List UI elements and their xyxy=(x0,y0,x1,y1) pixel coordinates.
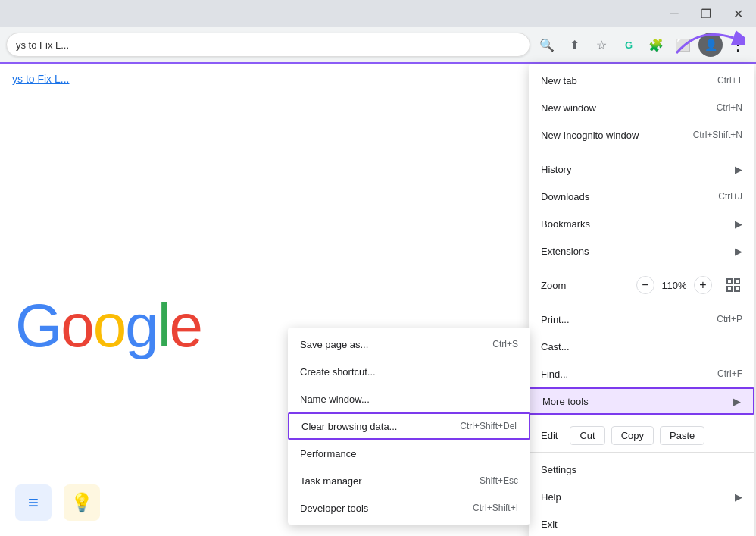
menu-history-label: History xyxy=(541,164,729,175)
zoom-value: 110% xyxy=(661,280,688,291)
menu-cast[interactable]: Cast... xyxy=(529,333,754,360)
logo-e: e xyxy=(170,292,202,359)
submenu-save-page-shortcut: Ctrl+S xyxy=(492,339,518,349)
menu-print-label: Print... xyxy=(541,314,717,325)
zoom-minus-button[interactable]: − xyxy=(636,276,654,294)
minimize-button[interactable]: ─ xyxy=(659,0,689,27)
divider-1 xyxy=(529,152,754,152)
extension-icon[interactable]: 🧩 xyxy=(644,33,668,57)
menu-find-label: Find... xyxy=(541,368,717,380)
menu-exit[interactable]: Exit xyxy=(529,510,754,536)
submenu-clear-browsing-label: Clear browsing data... xyxy=(301,421,460,432)
submenu-task-manager[interactable]: Task manager Shift+Esc xyxy=(288,467,530,494)
bottom-icons: ≡ 💡 xyxy=(15,484,100,521)
submenu-clear-browsing[interactable]: Clear browsing data... Ctrl+Shift+Del xyxy=(288,412,530,440)
more-tools-submenu: Save page as... Ctrl+S Create shortcut..… xyxy=(288,328,530,525)
submenu-dev-tools-label: Developer tools xyxy=(300,503,473,514)
copy-button[interactable]: Copy xyxy=(611,426,654,445)
address-bar[interactable]: ys to Fix L... xyxy=(6,33,530,57)
search-icon[interactable]: 🔍 xyxy=(535,33,559,57)
titlebar: ─ ❐ ✕ xyxy=(0,0,756,27)
menu-new-window[interactable]: New window Ctrl+N xyxy=(529,94,754,121)
more-tools-arrow-icon: ▶ xyxy=(733,396,741,407)
help-arrow-icon: ▶ xyxy=(735,491,742,503)
profile-icon[interactable]: 👤 xyxy=(698,33,723,57)
logo-l: l xyxy=(158,292,170,359)
menu-bookmarks-label: Bookmarks xyxy=(541,218,729,230)
submenu-dev-tools-shortcut: Ctrl+Shift+I xyxy=(473,503,518,513)
cut-button[interactable]: Cut xyxy=(570,426,604,445)
logo-g: G xyxy=(15,292,61,359)
menu-extensions[interactable]: Extensions ▶ xyxy=(529,237,754,265)
menu-new-window-shortcut: Ctrl+N xyxy=(717,102,742,113)
menu-find-shortcut: Ctrl+F xyxy=(717,368,742,379)
divider-5 xyxy=(529,452,754,453)
menu-bookmarks[interactable]: Bookmarks ▶ xyxy=(529,210,754,237)
logo-g2: g xyxy=(125,292,158,359)
menu-more-tools-label: More tools xyxy=(542,396,727,407)
submenu-dev-tools[interactable]: Developer tools Ctrl+Shift+I xyxy=(288,494,530,522)
menu-downloads[interactable]: Downloads Ctrl+J xyxy=(529,183,754,210)
zoom-controls: − 110% + xyxy=(636,276,742,294)
submenu-name-window[interactable]: Name window... xyxy=(288,385,530,412)
bookmark-icon[interactable]: ☆ xyxy=(589,33,614,57)
divider-3 xyxy=(529,302,754,302)
toolbar-icons: 🔍 ⬆ ☆ G 🧩 ⬜ 👤 ⋮ xyxy=(535,33,750,57)
submenu-save-page[interactable]: Save page as... Ctrl+S xyxy=(288,331,530,358)
extensions-arrow-icon: ▶ xyxy=(735,246,742,257)
submenu-clear-browsing-shortcut: Ctrl+Shift+Del xyxy=(460,421,517,431)
share-icon[interactable]: ⬆ xyxy=(562,33,586,57)
menu-exit-label: Exit xyxy=(541,519,742,530)
menu-downloads-shortcut: Ctrl+J xyxy=(718,191,742,202)
menu-new-window-label: New window xyxy=(541,102,717,114)
paste-button[interactable]: Paste xyxy=(660,426,704,445)
menu-print[interactable]: Print... Ctrl+P xyxy=(529,306,754,333)
grammarly-icon[interactable]: G xyxy=(617,33,641,57)
menu-help[interactable]: Help ▶ xyxy=(529,483,754,510)
submenu-task-manager-label: Task manager xyxy=(300,475,480,487)
menu-new-tab-label: New tab xyxy=(541,75,717,86)
svg-rect-1 xyxy=(727,279,732,284)
menu-cast-label: Cast... xyxy=(541,341,742,353)
maximize-button[interactable]: ❐ xyxy=(691,0,721,27)
menu-extensions-label: Extensions xyxy=(541,246,729,257)
zoom-plus-button[interactable]: + xyxy=(694,276,712,294)
bookmarks-arrow-icon: ▶ xyxy=(735,218,742,230)
edit-label: Edit xyxy=(541,430,558,441)
edit-row: Edit Cut Copy Paste xyxy=(529,422,754,449)
menu-settings[interactable]: Settings xyxy=(529,456,754,483)
menu-icon[interactable]: ⋮ xyxy=(726,33,750,57)
submenu-create-shortcut-label: Create shortcut... xyxy=(300,366,518,378)
submenu-task-manager-shortcut: Shift+Esc xyxy=(480,475,518,486)
submenu-performance-label: Performance xyxy=(300,448,518,459)
keep-icon[interactable]: 💡 xyxy=(64,484,100,521)
google-logo: Google xyxy=(15,291,201,361)
divider-2 xyxy=(529,268,754,268)
menu-new-tab[interactable]: New tab Ctrl+T xyxy=(529,67,754,94)
zoom-row: Zoom − 110% + xyxy=(529,271,754,299)
menu-find[interactable]: Find... Ctrl+F xyxy=(529,360,754,387)
menu-incognito-shortcut: Ctrl+Shift+N xyxy=(693,130,742,140)
tab-icon[interactable]: ⬜ xyxy=(671,33,695,57)
svg-rect-4 xyxy=(735,287,739,291)
submenu-performance[interactable]: Performance xyxy=(288,440,530,467)
divider-4 xyxy=(529,418,754,418)
main-menu: New tab Ctrl+T New window Ctrl+N New Inc… xyxy=(529,64,754,536)
menu-downloads-label: Downloads xyxy=(541,191,718,202)
menu-new-tab-shortcut: Ctrl+T xyxy=(717,75,742,86)
menu-more-tools[interactable]: More tools ▶ xyxy=(529,387,754,415)
menu-print-shortcut: Ctrl+P xyxy=(717,314,742,324)
docs-icon[interactable]: ≡ xyxy=(15,484,52,521)
svg-rect-3 xyxy=(727,287,732,291)
menu-incognito-label: New Incognito window xyxy=(541,130,693,141)
menu-incognito[interactable]: New Incognito window Ctrl+Shift+N xyxy=(529,121,754,149)
close-button[interactable]: ✕ xyxy=(723,0,753,27)
submenu-create-shortcut[interactable]: Create shortcut... xyxy=(288,358,530,385)
submenu-save-page-label: Save page as... xyxy=(300,339,492,350)
toolbar: ys to Fix L... 🔍 ⬆ ☆ G 🧩 ⬜ 👤 ⋮ xyxy=(0,27,756,64)
fullscreen-icon[interactable] xyxy=(724,276,742,294)
address-text: ys to Fix L... xyxy=(16,39,520,51)
menu-history[interactable]: History ▶ xyxy=(529,155,754,183)
logo-o2: o xyxy=(93,292,126,359)
history-arrow-icon: ▶ xyxy=(735,164,742,175)
